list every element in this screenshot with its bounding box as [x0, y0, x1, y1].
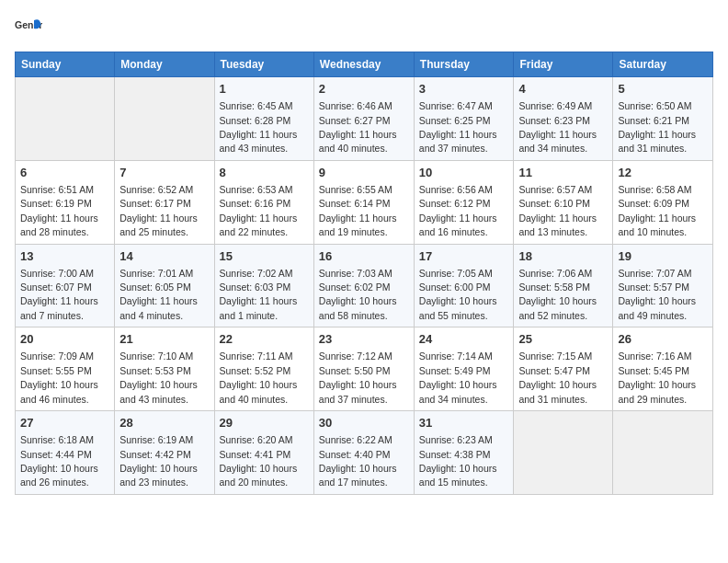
calendar-cell: 5Sunrise: 6:50 AMSunset: 6:21 PMDaylight… — [613, 77, 713, 161]
day-number: 3 — [419, 81, 509, 98]
day-info: Sunrise: 7:09 AMSunset: 5:55 PMDaylight:… — [20, 350, 98, 404]
calendar-cell: 9Sunrise: 6:55 AMSunset: 6:14 PMDaylight… — [313, 160, 414, 244]
day-number: 20 — [20, 331, 109, 348]
day-info: Sunrise: 7:15 AMSunset: 5:47 PMDaylight:… — [518, 350, 597, 404]
day-number: 6 — [20, 165, 109, 181]
day-number: 14 — [119, 248, 209, 265]
weekday-header-sunday: Sunday — [16, 52, 115, 77]
day-info: Sunrise: 6:23 AMSunset: 4:38 PMDaylight:… — [419, 434, 497, 488]
calendar-cell: 4Sunrise: 6:49 AMSunset: 6:23 PMDaylight… — [514, 77, 613, 161]
calendar-cell: 26Sunrise: 7:16 AMSunset: 5:45 PMDayligh… — [613, 327, 713, 411]
day-number: 1 — [220, 81, 309, 98]
calendar-cell: 2Sunrise: 6:46 AMSunset: 6:27 PMDaylight… — [313, 77, 414, 161]
day-info: Sunrise: 6:56 AMSunset: 6:12 PMDaylight:… — [419, 184, 497, 237]
calendar-cell: 17Sunrise: 7:05 AMSunset: 6:00 PMDayligh… — [414, 244, 514, 327]
calendar-cell: 1Sunrise: 6:45 AMSunset: 6:28 PMDaylight… — [214, 77, 313, 161]
day-number: 15 — [220, 248, 309, 265]
day-info: Sunrise: 6:19 AMSunset: 4:42 PMDaylight:… — [119, 434, 198, 488]
weekday-header-wednesday: Wednesday — [313, 52, 414, 77]
day-number: 18 — [518, 248, 608, 265]
day-info: Sunrise: 7:10 AMSunset: 5:53 PMDaylight:… — [119, 350, 198, 404]
day-number: 22 — [220, 331, 309, 348]
day-number: 30 — [319, 415, 409, 431]
day-info: Sunrise: 7:03 AMSunset: 6:02 PMDaylight:… — [319, 268, 397, 321]
calendar-cell: 20Sunrise: 7:09 AMSunset: 5:55 PMDayligh… — [16, 327, 115, 411]
day-number: 17 — [419, 248, 509, 265]
day-number: 24 — [419, 331, 509, 348]
calendar-cell: 10Sunrise: 6:56 AMSunset: 6:12 PMDayligh… — [414, 160, 514, 244]
day-info: Sunrise: 6:47 AMSunset: 6:25 PMDaylight:… — [419, 100, 497, 154]
calendar-cell: 3Sunrise: 6:47 AMSunset: 6:25 PMDaylight… — [414, 77, 514, 161]
calendar-week-2: 6Sunrise: 6:51 AMSunset: 6:19 PMDaylight… — [16, 160, 713, 244]
calendar-cell: 23Sunrise: 7:12 AMSunset: 5:50 PMDayligh… — [313, 327, 414, 411]
calendar-cell: 6Sunrise: 6:51 AMSunset: 6:19 PMDaylight… — [16, 160, 115, 244]
day-info: Sunrise: 6:20 AMSunset: 4:41 PMDaylight:… — [220, 434, 298, 488]
day-info: Sunrise: 7:05 AMSunset: 6:00 PMDaylight:… — [419, 268, 497, 321]
day-number: 28 — [119, 415, 209, 431]
day-number: 10 — [419, 165, 509, 181]
day-number: 12 — [618, 165, 708, 181]
day-number: 8 — [220, 165, 309, 181]
calendar-cell: 11Sunrise: 6:57 AMSunset: 6:10 PMDayligh… — [514, 160, 613, 244]
day-number: 16 — [319, 248, 409, 265]
day-number: 26 — [618, 331, 708, 348]
calendar-cell: 29Sunrise: 6:20 AMSunset: 4:41 PMDayligh… — [214, 411, 313, 495]
day-info: Sunrise: 6:55 AMSunset: 6:14 PMDaylight:… — [319, 184, 397, 237]
calendar-cell: 12Sunrise: 6:58 AMSunset: 6:09 PMDayligh… — [613, 160, 713, 244]
day-number: 11 — [518, 165, 608, 181]
calendar-cell: 30Sunrise: 6:22 AMSunset: 4:40 PMDayligh… — [313, 411, 414, 495]
calendar-cell: 8Sunrise: 6:53 AMSunset: 6:16 PMDaylight… — [214, 160, 313, 244]
day-number: 31 — [419, 415, 509, 431]
page-header: General — [15, 15, 713, 42]
calendar-header-row: SundayMondayTuesdayWednesdayThursdayFrid… — [16, 52, 713, 77]
calendar-cell: 24Sunrise: 7:14 AMSunset: 5:49 PMDayligh… — [414, 327, 514, 411]
day-number: 4 — [518, 81, 608, 98]
day-info: Sunrise: 6:18 AMSunset: 4:44 PMDaylight:… — [20, 434, 98, 488]
day-info: Sunrise: 7:16 AMSunset: 5:45 PMDaylight:… — [618, 350, 696, 404]
weekday-header-saturday: Saturday — [613, 52, 713, 77]
day-number: 2 — [319, 81, 409, 98]
day-info: Sunrise: 7:06 AMSunset: 5:58 PMDaylight:… — [518, 268, 597, 321]
day-info: Sunrise: 6:46 AMSunset: 6:27 PMDaylight:… — [319, 100, 397, 154]
calendar-cell: 25Sunrise: 7:15 AMSunset: 5:47 PMDayligh… — [514, 327, 613, 411]
day-info: Sunrise: 6:50 AMSunset: 6:21 PMDaylight:… — [618, 100, 696, 154]
day-info: Sunrise: 7:11 AMSunset: 5:52 PMDaylight:… — [220, 350, 298, 404]
day-info: Sunrise: 6:53 AMSunset: 6:16 PMDaylight:… — [220, 184, 298, 237]
day-number: 29 — [220, 415, 309, 431]
logo: General — [15, 15, 46, 42]
day-info: Sunrise: 7:02 AMSunset: 6:03 PMDaylight:… — [220, 268, 298, 321]
day-number: 7 — [119, 165, 209, 181]
calendar-cell: 21Sunrise: 7:10 AMSunset: 5:53 PMDayligh… — [115, 327, 214, 411]
day-info: Sunrise: 6:49 AMSunset: 6:23 PMDaylight:… — [518, 100, 597, 154]
calendar-table: SundayMondayTuesdayWednesdayThursdayFrid… — [15, 52, 713, 495]
day-number: 27 — [20, 415, 109, 431]
day-info: Sunrise: 6:45 AMSunset: 6:28 PMDaylight:… — [220, 100, 298, 154]
calendar-cell: 28Sunrise: 6:19 AMSunset: 4:42 PMDayligh… — [115, 411, 214, 495]
day-number: 23 — [319, 331, 409, 348]
weekday-header-thursday: Thursday — [414, 52, 514, 77]
calendar-week-4: 20Sunrise: 7:09 AMSunset: 5:55 PMDayligh… — [16, 327, 713, 411]
day-info: Sunrise: 6:58 AMSunset: 6:09 PMDaylight:… — [618, 184, 696, 237]
calendar-cell: 15Sunrise: 7:02 AMSunset: 6:03 PMDayligh… — [214, 244, 313, 327]
weekday-header-friday: Friday — [514, 52, 613, 77]
calendar-cell: 13Sunrise: 7:00 AMSunset: 6:07 PMDayligh… — [16, 244, 115, 327]
calendar-cell: 7Sunrise: 6:52 AMSunset: 6:17 PMDaylight… — [115, 160, 214, 244]
day-info: Sunrise: 7:14 AMSunset: 5:49 PMDaylight:… — [419, 350, 497, 404]
day-number: 5 — [618, 81, 708, 98]
day-info: Sunrise: 7:01 AMSunset: 6:05 PMDaylight:… — [119, 268, 198, 321]
day-number: 21 — [119, 331, 209, 348]
weekday-header-tuesday: Tuesday — [214, 52, 313, 77]
calendar-cell — [115, 77, 214, 161]
day-number: 25 — [518, 331, 608, 348]
day-number: 9 — [319, 165, 409, 181]
calendar-week-3: 13Sunrise: 7:00 AMSunset: 6:07 PMDayligh… — [16, 244, 713, 327]
weekday-header-monday: Monday — [115, 52, 214, 77]
calendar-week-1: 1Sunrise: 6:45 AMSunset: 6:28 PMDaylight… — [16, 77, 713, 161]
day-info: Sunrise: 6:22 AMSunset: 4:40 PMDaylight:… — [319, 434, 397, 488]
calendar-cell: 31Sunrise: 6:23 AMSunset: 4:38 PMDayligh… — [414, 411, 514, 495]
day-number: 13 — [20, 248, 109, 265]
calendar-cell: 18Sunrise: 7:06 AMSunset: 5:58 PMDayligh… — [514, 244, 613, 327]
day-info: Sunrise: 6:52 AMSunset: 6:17 PMDaylight:… — [119, 184, 198, 237]
calendar-cell: 16Sunrise: 7:03 AMSunset: 6:02 PMDayligh… — [313, 244, 414, 327]
calendar-cell — [613, 411, 713, 495]
